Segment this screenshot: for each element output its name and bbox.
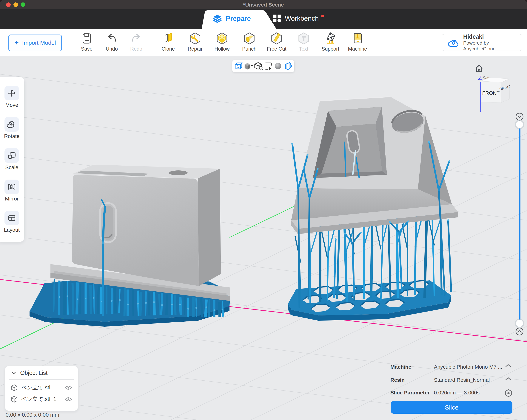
cloud-link-icon	[448, 38, 459, 47]
account-subtitle: Powered by AnycubicCloud	[463, 40, 522, 52]
view-cube[interactable]: Z X FRONT RIGHT TOP	[471, 61, 516, 112]
home-view-icon[interactable]	[476, 65, 483, 72]
redo-button[interactable]: Redo	[123, 32, 149, 52]
punch-icon	[243, 32, 255, 45]
text-icon	[297, 32, 310, 45]
object-list-panel: Object List ペン立て.stl ペン立て.stl	[5, 366, 78, 411]
account-card[interactable]: Hideaki Powered by AnycubicCloud	[442, 34, 522, 51]
plus-icon: +	[14, 38, 19, 47]
cube-icon	[11, 396, 18, 403]
view-options-toolbar	[232, 60, 294, 72]
hollow-button[interactable]: Hollow	[209, 32, 235, 52]
tool-layout[interactable]: Layout	[4, 211, 20, 233]
support-icon	[324, 32, 337, 45]
undo-button[interactable]: Undo	[99, 32, 125, 52]
object-list-row[interactable]: ペン立て.stl	[5, 382, 78, 393]
slice-button[interactable]: Slice	[391, 401, 512, 414]
tab-prepare[interactable]: Prepare	[213, 15, 251, 23]
resin-row[interactable]: Resin Standard Resin_Normal	[389, 376, 518, 385]
tab-prepare-label: Prepare	[226, 15, 251, 22]
tab-workbench[interactable]: Workbench	[273, 15, 324, 22]
shaded-cube-dropdown-icon[interactable]	[244, 62, 253, 71]
object-list-header[interactable]: Object List	[5, 369, 78, 377]
machine-row[interactable]: Machine Anycubic Photon Mono M7 ...	[389, 363, 518, 371]
repair-icon	[189, 32, 201, 45]
workbench-notification-dot	[321, 15, 324, 17]
window-title: *Unsaved Scene	[0, 2, 527, 8]
slice-parameter-row[interactable]: Slice Parameter 0.020mm — 3.000s	[389, 389, 518, 397]
layout-icon	[8, 214, 16, 222]
slice-parameter-value: 0.020mm — 3.000s	[434, 390, 480, 396]
zoom-slider-handle-top[interactable]	[516, 121, 523, 128]
machine-value: Anycubic Photon Mono M7 ...	[434, 364, 502, 370]
chevron-down-icon	[11, 371, 16, 375]
selection-dimensions: 0.00 x 0.00 x 0.00 mm	[6, 412, 59, 418]
repair-button[interactable]: Repair	[182, 32, 208, 52]
tool-scale[interactable]: Scale	[4, 148, 19, 170]
undo-icon	[106, 32, 118, 45]
inspect-cube-icon[interactable]	[254, 62, 263, 71]
chevron-up-icon[interactable]	[505, 376, 512, 382]
save-button[interactable]: Save	[74, 32, 100, 52]
machine-button[interactable]: Machine	[344, 32, 371, 52]
resin-value: Standard Resin_Normal	[434, 377, 490, 383]
section-view-icon[interactable]	[283, 62, 293, 71]
move-icon	[8, 89, 16, 97]
model-info-icon[interactable]	[264, 62, 273, 71]
layers-icon	[213, 15, 222, 23]
support-button[interactable]: Support	[317, 32, 343, 52]
wireframe-cube-icon[interactable]	[234, 62, 243, 71]
object-list-title: Object List	[20, 370, 47, 376]
transform-tool-panel: Move Scale Rotate Scale	[0, 77, 24, 242]
sphere-shading-icon[interactable]	[274, 62, 283, 71]
mirror-icon	[8, 183, 16, 191]
view-cube-front-label: FRONT	[482, 90, 500, 96]
clone-button[interactable]: Clone	[155, 32, 181, 52]
text-button[interactable]: Text	[291, 32, 317, 52]
free-cut-icon	[270, 32, 283, 45]
visibility-eye-icon[interactable]	[65, 397, 72, 402]
zoom-slider-handle-bottom[interactable]	[516, 320, 523, 327]
mode-tab-strip: Prepare Workbench	[0, 9, 527, 29]
free-cut-button[interactable]: Free Cut	[264, 32, 290, 52]
viewport-3d[interactable]: Move Scale Rotate Scale	[0, 56, 527, 420]
visibility-eye-icon[interactable]	[65, 385, 72, 390]
main-toolbar: + Import Model Save Undo Redo	[0, 29, 527, 56]
import-model-button[interactable]: + Import Model	[8, 34, 62, 51]
scale-icon	[8, 151, 16, 160]
chevron-up-icon[interactable]	[505, 363, 512, 369]
application-window: *Unsaved Scene Prepare Workbench	[0, 0, 527, 420]
tool-rotate[interactable]: Scale Rotate	[4, 117, 20, 139]
title-bar: *Unsaved Scene	[0, 0, 527, 9]
divider	[9, 379, 74, 380]
object-list-row[interactable]: ペン立て.stl_1	[5, 394, 78, 405]
parameter-settings-nut-icon[interactable]	[505, 389, 512, 398]
punch-button[interactable]: Punch	[236, 32, 262, 52]
grid-icon	[273, 15, 281, 22]
view-cube-right-face[interactable]	[501, 79, 510, 103]
save-icon	[81, 32, 93, 45]
tool-move[interactable]: Move	[4, 86, 19, 108]
cube-icon	[11, 384, 18, 391]
machine-icon	[351, 32, 364, 45]
zoom-in-chevron-button[interactable]	[515, 327, 524, 336]
zoom-out-chevron-button[interactable]	[515, 112, 524, 121]
axis-z-label: Z	[478, 74, 482, 81]
tool-mirror[interactable]: Mirror	[4, 179, 19, 202]
redo-icon	[130, 32, 143, 45]
account-name: Hideaki	[463, 33, 522, 40]
rotate-icon	[7, 120, 16, 129]
tab-workbench-label: Workbench	[285, 15, 319, 22]
clone-icon	[162, 32, 174, 45]
hollow-icon	[216, 32, 228, 45]
zoom-slider-track[interactable]	[519, 125, 520, 323]
